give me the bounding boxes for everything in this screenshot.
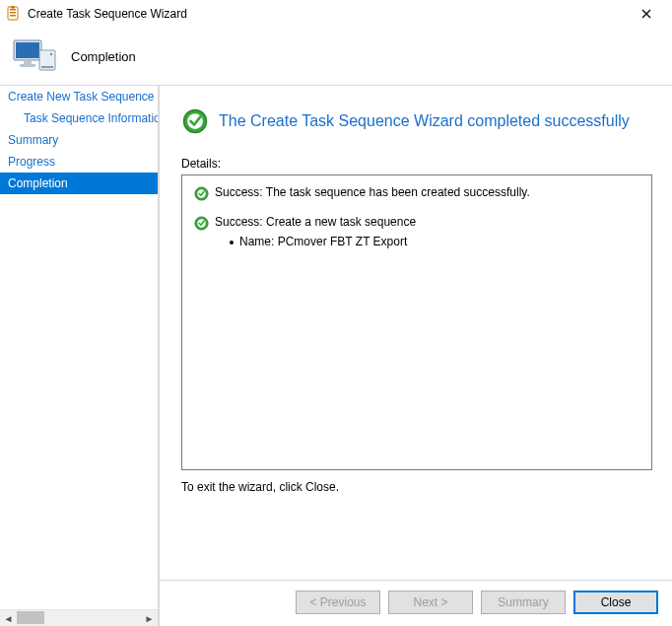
status-message: Success: The task sequence has been crea… [194, 185, 639, 201]
svg-rect-3 [10, 15, 16, 17]
success-check-icon [194, 186, 209, 201]
details-label: Details: [181, 157, 652, 171]
sidebar-item-create-new-task-sequence[interactable]: Create New Task Sequence [0, 86, 158, 107]
status-message-detail-text: Name: PCmover FBT ZT Export [239, 235, 407, 248]
success-check-icon [181, 107, 209, 135]
scroll-thumb[interactable] [17, 611, 44, 624]
status-message-detail: Name: PCmover FBT ZT Export [230, 235, 639, 248]
next-button: Next > [388, 591, 473, 614]
status-message-text: Success: The task sequence has been crea… [215, 185, 530, 199]
window-close-button[interactable] [627, 2, 666, 26]
details-box: Success: The task sequence has been crea… [181, 174, 652, 470]
status-message: Success: Create a new task sequence [194, 215, 639, 231]
computer-icon [12, 36, 59, 76]
svg-rect-2 [10, 12, 16, 14]
summary-button: Summary [481, 591, 566, 614]
success-check-icon [194, 216, 209, 231]
sidebar-hscrollbar[interactable]: ◄ ► [0, 609, 158, 626]
svg-rect-6 [16, 42, 39, 58]
sidebar-item-summary[interactable]: Summary [0, 129, 158, 151]
status-message-text: Success: Create a new task sequence [215, 215, 416, 229]
scroll-right-arrow-icon[interactable]: ► [141, 610, 158, 627]
svg-rect-7 [24, 60, 32, 64]
wizard-footer: < Previous Next > Summary Close [160, 580, 672, 626]
titlebar: Create Task Sequence Wizard [0, 0, 672, 28]
sidebar-item-completion[interactable]: Completion [0, 173, 158, 194]
previous-button: < Previous [296, 591, 380, 614]
wizard-content: The Create Task Sequence Wizard complete… [160, 86, 672, 626]
scroll-track[interactable] [17, 610, 141, 627]
window-title: Create Task Sequence Wizard [28, 7, 627, 21]
svg-rect-1 [10, 9, 16, 11]
svg-rect-4 [11, 6, 15, 9]
svg-rect-10 [41, 66, 53, 68]
wizard-icon [6, 6, 22, 22]
sidebar-item-task-sequence-information[interactable]: Task Sequence Information [0, 107, 158, 129]
svg-point-11 [50, 53, 52, 55]
wizard-sidebar: Create New Task SequenceTask Sequence In… [0, 86, 160, 626]
svg-rect-8 [20, 64, 35, 67]
sidebar-item-progress[interactable]: Progress [0, 151, 158, 173]
completion-headline-text: The Create Task Sequence Wizard complete… [219, 112, 630, 130]
wizard-header: Completion [0, 28, 672, 85]
bullet-icon [230, 241, 234, 244]
exit-hint: To exit the wizard, click Close. [181, 480, 652, 494]
completion-headline: The Create Task Sequence Wizard complete… [181, 107, 652, 135]
close-button[interactable]: Close [573, 591, 658, 614]
scroll-left-arrow-icon[interactable]: ◄ [0, 610, 17, 627]
page-title: Completion [71, 49, 136, 64]
